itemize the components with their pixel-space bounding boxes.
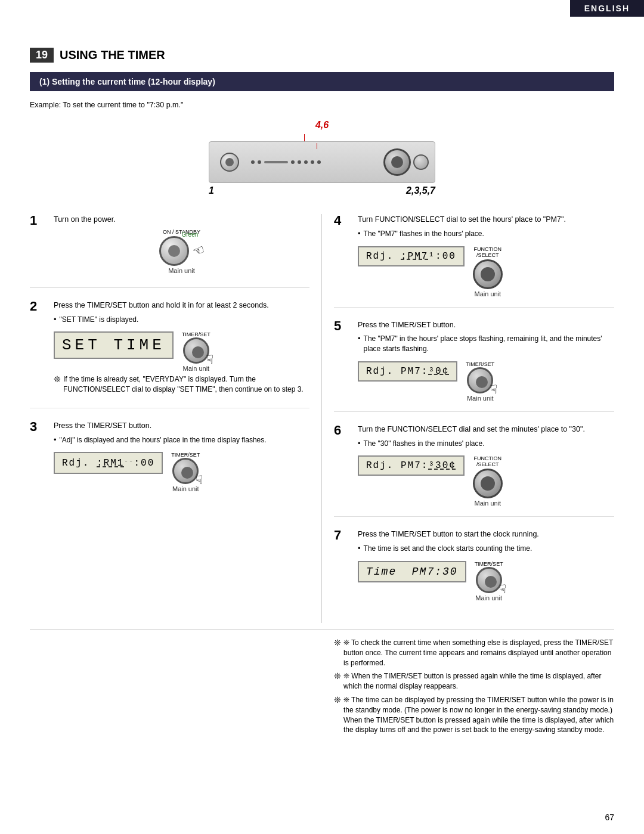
step-number-6: 6 (334, 424, 352, 507)
bottom-notes-section: ❊ ❊ To check the current time when somet… (30, 629, 614, 739)
step-4-diagram: Rdj. :PM7¹:00 FUNCTION/SELECT Main unit (358, 243, 614, 297)
step-4-bullet: The "PM7" flashes in the hours' place. (358, 229, 614, 239)
step-7-body: Press the TIMER/SET button to start the … (358, 529, 614, 602)
timer-set-button-3: TIMER/SET ☟ Main unit (171, 452, 200, 492)
step-2: 2 Press the TIMER/SET button and hold it… (30, 300, 309, 408)
bottom-note-1: ❊ ❊ To check the current time when somet… (334, 638, 614, 668)
step-2-text: Press the TIMER/SET button and hold it i… (54, 300, 309, 311)
bottom-note-2-text: ❊ When the TIMER/SET button is pressed a… (343, 671, 614, 692)
language-bar: ENGLISH (570, 0, 644, 17)
step-number-1: 1 (30, 214, 48, 278)
step-number-4: 4 (334, 214, 352, 297)
step-number-5: 5 (334, 320, 352, 402)
timer-set-label-3: TIMER/SET (171, 452, 200, 458)
bottom-note-3-text: ❊ The time can be displayed by pressing … (343, 695, 614, 735)
section-title: 19 USING THE TIMER (30, 48, 614, 63)
step-6-lcd: Rdj. PM7:³30¢ (358, 455, 465, 476)
two-column-layout: 1 Turn on the power. ON / STANDBY Green (30, 214, 614, 623)
function-select-dial-4: FUNCTION/SELECT Main unit (473, 246, 503, 297)
step-7-bullet-text: The time is set and the clock starts cou… (364, 544, 532, 554)
section-heading: USING THE TIMER (60, 48, 165, 62)
func-sel-circle-4 (473, 259, 503, 289)
green-label: Green (182, 231, 199, 238)
timer-set-circle-3: ☟ (172, 458, 199, 484)
power-button-illustration: ON / STANDBY Green ☞ Main unit (54, 229, 309, 274)
example-text: Example: To set the current time to "7:3… (30, 101, 614, 109)
device-diagram-wrapper: 4,6 (209, 120, 435, 196)
bottom-note-3: ❊ ❊ The time can be displayed by pressin… (334, 695, 614, 735)
timer-hand-2: ☟ (206, 352, 213, 367)
step-5-lcd: Rdj. PM7:³0¢ (358, 361, 457, 382)
step-4-text: Turn FUNCTION/SELECT dial to set the hou… (358, 214, 614, 225)
step-3-bullet-text: "Adj" is displayed and the hours' place … (60, 435, 267, 445)
timer-hand-5: ☟ (490, 382, 497, 396)
step-7-bullet: The time is set and the clock starts cou… (358, 544, 614, 554)
hand-pointer-icon: ☞ (190, 241, 207, 260)
step-4-bullet-text: The "PM7" flashes in the hours' place. (364, 229, 484, 239)
main-unit-label-1: Main unit (168, 267, 195, 274)
step-6-text: Turn the FUNCTION/SELECT dial and set th… (358, 424, 614, 435)
step-5: 5 Press the TIMER/SET button. The "PM7" … (334, 320, 614, 412)
function-select-label-4: FUNCTION/SELECT (474, 246, 502, 258)
timer-hand-3: ☟ (196, 473, 203, 487)
step-2-bullet-text: "SET TIME" is displayed. (60, 315, 139, 325)
step-1: 1 Turn on the power. ON / STANDBY Green (30, 214, 309, 288)
step-2-note: ❊ If the time is already set, "EVERYDAY"… (54, 374, 309, 395)
timer-set-button-7: TIMER/SET ☟ Main unit (475, 561, 503, 602)
function-select-dial-6: FUNCTION/SELECT Main unit (473, 455, 503, 507)
step-number-3: 3 (30, 420, 48, 493)
main-unit-label-6: Main unit (475, 500, 501, 507)
timer-set-label-2: TIMER/SET (182, 331, 210, 337)
step-7-text: Press the TIMER/SET button to start the … (358, 529, 614, 540)
step-3-text: Press the TIMER/SET button. (54, 420, 309, 432)
step-6-bullet-text: The "30" flashes in the minutes' place. (364, 439, 485, 449)
step-1-text: Turn on the power. (54, 214, 309, 225)
step-number-7: 7 (334, 529, 352, 602)
step-1-body: Turn on the power. ON / STANDBY Green ☞ (54, 214, 309, 278)
step-4: 4 Turn FUNCTION/SELECT dial to set the h… (334, 214, 614, 308)
main-unit-label-7: Main unit (475, 594, 502, 602)
step-3-bullet: "Adj" is displayed and the hours' place … (54, 435, 309, 445)
timer-set-label-5: TIMER/SET (466, 361, 494, 367)
subsection-label: (1) Setting the current time (12-hour di… (39, 77, 215, 86)
main-unit-label-2: Main unit (183, 365, 210, 372)
step-2-body: Press the TIMER/SET button and hold it i… (54, 300, 309, 398)
main-unit-label-3: Main unit (172, 485, 199, 492)
subsection-bar: (1) Setting the current time (12-hour di… (30, 72, 614, 91)
step-7-diagram: Time PM7:30 TIMER/SET ☟ Main unit (358, 557, 614, 602)
step-2-diagram: SET TIME TIMER/SET ☟ Main unit (54, 328, 309, 372)
diagram-label-1: 1 (209, 185, 214, 196)
step-4-body: Turn FUNCTION/SELECT dial to set the hou… (358, 214, 614, 297)
main-unit-label-5: Main unit (467, 395, 494, 402)
set-time-lcd: SET TIME (54, 331, 174, 359)
step-5-diagram: Rdj. PM7:³0¢ TIMER/SET ☟ Main unit (358, 358, 614, 402)
step-2-bullet: "SET TIME" is displayed. (54, 315, 309, 325)
timer-set-button-2: TIMER/SET ☟ Main unit (182, 331, 210, 372)
step-7-lcd: Time PM7:30 (358, 561, 466, 582)
step-3-body: Press the TIMER/SET button. "Adj" is dis… (54, 420, 309, 493)
timer-hand-7: ☟ (499, 582, 506, 596)
step-3-diagram: Rdj. :RM1₋₋:00 TIMER/SET ☟ Main unit (54, 448, 309, 492)
step-6: 6 Turn the FUNCTION/SELECT dial and set … (334, 424, 614, 517)
function-select-label-6: FUNCTION/SELECT (474, 455, 502, 467)
language-label: ENGLISH (584, 4, 630, 13)
step-5-text: Press the TIMER/SET button. (358, 320, 614, 331)
func-sel-circle-6 (473, 469, 503, 498)
step-3-lcd: Rdj. :RM1₋₋:00 (54, 452, 163, 473)
step-5-bullet-text: The "PM7" in the hours' place stops flas… (364, 334, 614, 354)
step-2-note-text: If the time is already set, "EVERYDAY" i… (63, 374, 309, 395)
left-column: 1 Turn on the power. ON / STANDBY Green (30, 214, 322, 623)
section-number: 19 (30, 48, 54, 63)
timer-set-button-5: TIMER/SET ☟ Main unit (466, 361, 494, 402)
step-3: 3 Press the TIMER/SET button. "Adj" is d… (30, 420, 309, 503)
step-5-bullet: The "PM7" in the hours' place stops flas… (358, 334, 614, 354)
step-6-bullet: The "30" flashes in the minutes' place. (358, 439, 614, 449)
device-illustration (209, 141, 435, 183)
timer-set-label-7: TIMER/SET (475, 561, 503, 567)
bottom-note-2: ❊ ❊ When the TIMER/SET button is pressed… (334, 671, 614, 692)
right-column: 4 Turn FUNCTION/SELECT dial to set the h… (322, 214, 614, 623)
step-6-diagram: Rdj. PM7:³30¢ FUNCTION/SELECT Main unit (358, 452, 614, 507)
diagram-label-46: 4,6 (315, 120, 329, 130)
power-knob (159, 236, 189, 266)
page-number: 67 (605, 813, 614, 822)
